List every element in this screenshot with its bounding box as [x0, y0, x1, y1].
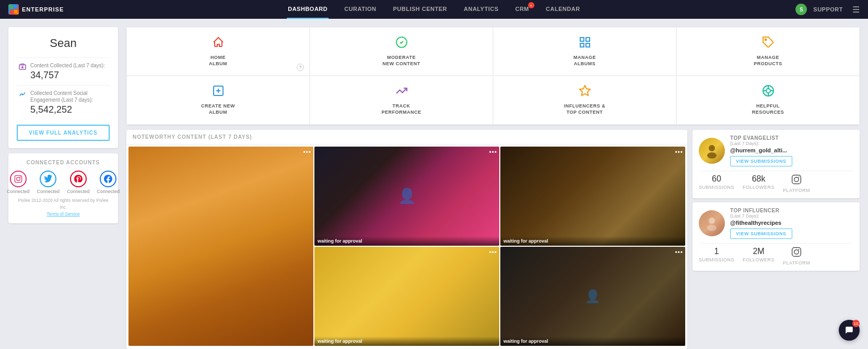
twitter-account[interactable]: Connected [37, 171, 60, 194]
svg-point-27 [709, 145, 715, 151]
manage-products-label: MANAGEPRODUCTS [754, 55, 782, 67]
create-album-icon [212, 85, 225, 100]
influencer-followers-label: FOLLOWERS [743, 257, 775, 262]
nav-analytics[interactable]: ANALYTICS [463, 0, 499, 19]
noteworthy-item-2[interactable]: 👤 ••• waiting for approval [314, 147, 499, 246]
support-link[interactable]: SUPPORT [813, 6, 843, 13]
evangelist-avatar [699, 138, 725, 164]
noteworthy-item-4[interactable]: ••• waiting for approval [314, 247, 499, 346]
influencer-header: Top Influencer (Last 7 Days): @fithealth… [699, 208, 853, 239]
bottom-section: NOTEWORTHY CONTENT (LAST 7 DAYS) ••• 👤 [126, 130, 860, 349]
engagement-icon [19, 91, 26, 100]
svg-point-7 [22, 94, 24, 95]
noteworthy-item-3[interactable]: ••• waiting for approval [500, 147, 685, 246]
svg-point-30 [794, 177, 799, 182]
left-panel: Sean Content Collected (Last 7 days): 34… [8, 27, 118, 349]
evangelist-platform-stat: PLATFORM [783, 174, 810, 193]
svg-point-33 [707, 225, 717, 231]
noteworthy-content-card: NOTEWORTHY CONTENT (LAST 7 DAYS) ••• 👤 [126, 130, 687, 349]
noteworthy-status-3: waiting for approval [500, 236, 685, 246]
evangelist-view-submissions-button[interactable]: VIEW SUBMISSIONS [730, 156, 792, 166]
main-content: Sean Content Collected (Last 7 days): 34… [0, 19, 868, 349]
food-image-5: 👤 [500, 247, 685, 346]
hamburger-menu[interactable]: ☰ [852, 5, 860, 15]
svg-marker-20 [580, 86, 590, 95]
connected-accounts-card: CONNECTED ACCOUNTS Connected [8, 153, 118, 223]
action-moderate-content[interactable]: MODERATENEW CONTENT [310, 27, 493, 76]
action-manage-albums[interactable]: MANAGEALBUMS [493, 27, 676, 76]
moderate-content-icon [395, 36, 408, 52]
twitter-icon [40, 171, 56, 187]
action-helpful-resources[interactable]: HELPFULRESOURCES [676, 76, 860, 124]
noteworthy-item-5[interactable]: 👤 ••• waiting for approval [500, 247, 685, 346]
create-album-label: CREATE NEWALBUM [201, 103, 235, 115]
nav-calendar[interactable]: CALENDAR [545, 0, 581, 19]
more-options-icon-5[interactable]: ••• [675, 249, 683, 256]
svg-point-22 [766, 89, 770, 93]
svg-rect-15 [586, 43, 590, 47]
influencers-label: INFLUENCERS &TOP CONTENT [564, 103, 606, 115]
terms-link[interactable]: Terms of Service [46, 211, 79, 216]
influencer-platform-label: PLATFORM [783, 260, 810, 266]
home-album-icon [212, 36, 225, 52]
facebook-account[interactable]: Connected [97, 171, 120, 194]
nav-dashboard[interactable]: DASHBOARD [287, 0, 329, 19]
action-track-performance[interactable]: TRACKPERFORMANCE [310, 76, 493, 124]
action-influencers[interactable]: INFLUENCERS &TOP CONTENT [493, 76, 676, 124]
app-logo[interactable]: ENTERPRISE [8, 4, 64, 15]
content-collected-value: 34,757 [30, 70, 105, 81]
svg-point-10 [19, 176, 20, 177]
facebook-icon [100, 171, 116, 187]
evangelist-submissions-label: SUBMISSIONS [699, 185, 734, 190]
nav-crm[interactable]: CRM • [514, 0, 530, 19]
action-home-album[interactable]: HOMEALBUM ? [126, 27, 310, 76]
food-image-2: 👤 [314, 147, 499, 246]
action-create-album[interactable]: CREATE NEWALBUM [126, 76, 310, 124]
svg-rect-1 [14, 6, 17, 9]
svg-rect-34 [792, 247, 801, 256]
pinterest-status: Connected [67, 189, 90, 194]
influencer-submissions-stat: 1 SUBMISSIONS [699, 247, 734, 266]
influencer-followers-value: 2M [753, 247, 764, 256]
svg-point-36 [799, 249, 800, 250]
svg-point-35 [794, 250, 799, 254]
more-options-icon-2[interactable]: ••• [489, 149, 497, 156]
influencer-avatar [699, 210, 725, 236]
evangelist-handle: @hurrem_gold_alti... [730, 147, 853, 153]
engagement-stat: Collected Content Social Engagement (Las… [17, 85, 110, 119]
more-options-icon-3[interactable]: ••• [675, 149, 683, 156]
evangelist-platform-label: PLATFORM [783, 188, 810, 193]
influencer-avatar-img [699, 210, 725, 236]
manage-albums-label: MANAGEALBUMS [573, 55, 596, 67]
action-manage-products[interactable]: MANAGEPRODUCTS [676, 27, 860, 76]
home-album-help-icon[interactable]: ? [297, 64, 304, 71]
evangelist-info: Top Evangelist (Last 7 Days): @hurrem_go… [730, 135, 853, 166]
svg-rect-8 [15, 175, 21, 182]
engagement-value: 5,542,252 [30, 104, 108, 115]
nav-publish-center[interactable]: PUBLISH CENTER [392, 0, 448, 19]
nav-right: S SUPPORT ☰ [795, 4, 860, 15]
pinterest-account[interactable]: Connected [67, 171, 90, 194]
social-icons-row: Connected Connected [17, 171, 110, 194]
more-options-icon-4[interactable]: ••• [489, 249, 497, 256]
facebook-status: Connected [97, 189, 120, 194]
influencer-view-submissions-button[interactable]: VIEW SUBMISSIONS [730, 228, 792, 239]
quick-actions-grid: HOMEALBUM ? MODERATENEW CONTENT [126, 27, 860, 125]
chat-bubble[interactable]: 10 [839, 320, 860, 341]
view-analytics-button[interactable]: VIEW FULL ANALYTICS [17, 125, 110, 141]
nav-curation[interactable]: CURATION [343, 0, 377, 19]
more-options-icon-1[interactable]: ••• [303, 149, 311, 156]
user-avatar-icon[interactable]: S [795, 4, 807, 15]
top-evangelist-card: Top Evangelist (Last 7 Days): @hurrem_go… [693, 130, 860, 198]
influencer-info: Top Influencer (Last 7 Days): @fithealth… [730, 208, 853, 239]
nav-center: DASHBOARD CURATION PUBLISH CENTER ANALYT… [287, 0, 581, 19]
twitter-status: Connected [37, 189, 60, 194]
noteworthy-item-1[interactable]: ••• [128, 147, 313, 346]
evangelist-followers-stat: 68k FOLLOWERS [743, 174, 775, 193]
logo-icon [8, 4, 19, 15]
evangelist-submissions-stat: 60 SUBMISSIONS [699, 174, 734, 193]
noteworthy-status-4: waiting for approval [314, 336, 499, 346]
influencer-stats: 1 SUBMISSIONS 2M FOLLOWERS [699, 243, 853, 266]
svg-point-16 [765, 39, 766, 41]
instagram-account[interactable]: Connected [7, 171, 30, 194]
